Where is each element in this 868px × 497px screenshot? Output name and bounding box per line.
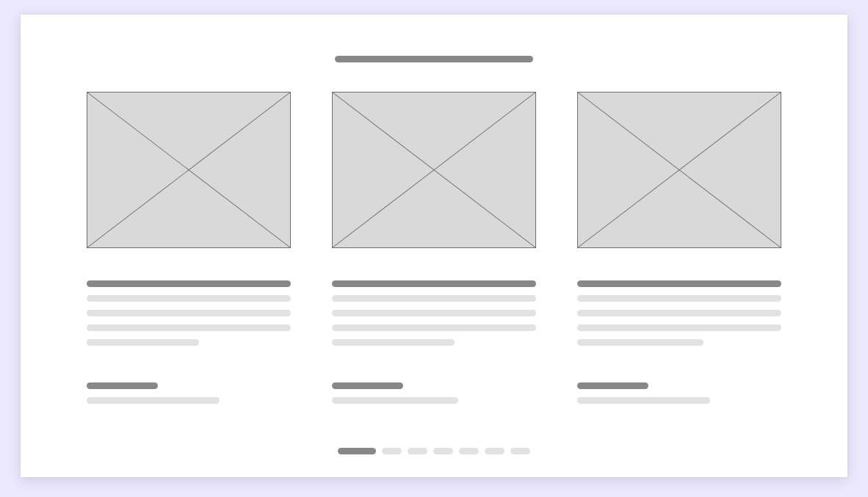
pagination-dot[interactable] [510,448,530,454]
pagination-dot[interactable] [433,448,453,454]
card-body-line [87,310,291,316]
card-footer-line [87,397,220,404]
card-body-line [87,339,199,346]
card-footer-line [577,397,710,404]
card-body-line [87,295,291,302]
pagination-dot[interactable] [338,448,376,454]
image-placeholder [332,92,536,248]
wireframe-canvas [21,15,847,477]
page-title-placeholder [335,56,533,62]
card-body-line [332,310,536,316]
card-footer-line [332,397,458,404]
card [87,92,291,404]
card-heading-placeholder [577,280,781,287]
card-body-line [577,339,704,346]
card-footer-heading-placeholder [332,382,403,389]
card-body-line [577,310,781,316]
card-heading-placeholder [332,280,536,287]
card-body-line [87,324,291,331]
card-footer-heading-placeholder [87,382,158,389]
pagination-dot[interactable] [408,448,427,454]
card-footer [87,382,291,404]
card-footer-heading-placeholder [577,382,648,389]
pagination-dot[interactable] [382,448,402,454]
pagination-dot[interactable] [485,448,504,454]
image-placeholder [87,92,291,248]
card [577,92,781,404]
card-footer [332,382,536,404]
card-body-line [332,295,536,302]
card-body-line [332,324,536,331]
pagination-dot[interactable] [459,448,479,454]
pagination [87,448,781,454]
card-body-line [577,295,781,302]
card-heading-placeholder [87,280,291,287]
card-footer [577,382,781,404]
card-body-line [577,324,781,331]
image-placeholder [577,92,781,248]
card [332,92,536,404]
card-body-line [332,339,455,346]
card-row [87,92,781,404]
